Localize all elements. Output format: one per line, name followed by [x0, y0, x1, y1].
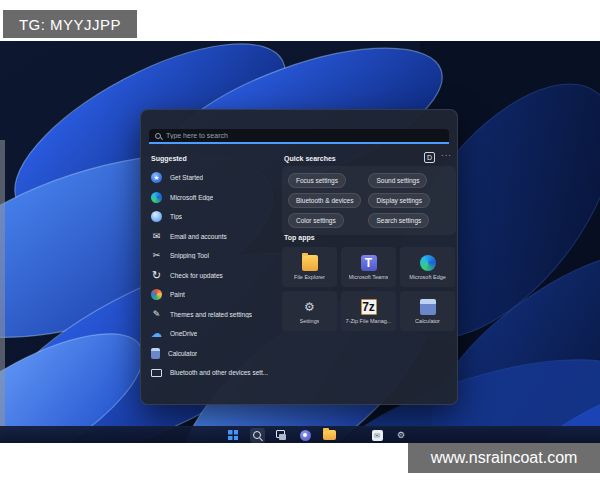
watermark-bottom-right: www.nsraincoat.com: [408, 443, 600, 473]
tips-icon: [151, 211, 162, 222]
updates-icon: ↻: [151, 270, 162, 281]
suggested-item-label: OneDrive: [170, 330, 197, 337]
taskbar-item-task-view[interactable]: [274, 428, 289, 443]
onedrive-icon: ☁: [151, 328, 162, 339]
suggested-item[interactable]: ★Get Started: [151, 168, 279, 188]
suggested-item-label: Get Started: [170, 174, 203, 181]
get-started-icon: ★: [151, 172, 162, 183]
suggested-item-label: Snipping Tool: [170, 252, 209, 259]
suggested-item-label: Tips: [170, 213, 182, 220]
quick-search-pill[interactable]: Sound settings: [368, 173, 427, 188]
top-app-tile[interactable]: TMicrosoft Teams: [341, 247, 396, 287]
calculator-icon: [151, 348, 160, 359]
quick-search-pill[interactable]: Display settings: [368, 193, 430, 208]
suggested-item-label: Microsoft Edge: [170, 194, 213, 201]
suggested-item[interactable]: ↻Check for updates: [151, 266, 279, 286]
quick-search-pill[interactable]: Color settings: [288, 213, 344, 228]
suggested-item-label: Check for updates: [170, 272, 223, 279]
paint-icon: [151, 289, 162, 300]
taskbar-item-chat[interactable]: [298, 428, 313, 443]
edge-icon: [420, 255, 436, 271]
mail-icon: ✉: [151, 231, 162, 242]
file-explorer-icon: [323, 430, 336, 440]
suggested-item[interactable]: Microsoft Edge: [151, 188, 279, 208]
suggested-item[interactable]: Calculator: [151, 344, 279, 364]
taskbar-item-start[interactable]: [226, 428, 241, 443]
top-app-label: Calculator: [415, 318, 440, 324]
top-app-label: Settings: [300, 318, 320, 324]
quick-search-pill[interactable]: Bluetooth & devices: [288, 193, 361, 208]
top-app-tile[interactable]: ⚙Settings: [282, 291, 337, 331]
taskbar-item-file-explorer[interactable]: [322, 428, 337, 443]
more-options-button[interactable]: ···: [441, 151, 452, 160]
top-app-tile[interactable]: Calculator: [400, 291, 455, 331]
themes-icon: ✎: [151, 309, 162, 320]
bluetooth-devices-icon: [151, 369, 162, 377]
suggested-item[interactable]: Tips: [151, 207, 279, 227]
desktop: Suggested Quick searches D ··· ★Get Star…: [0, 41, 600, 443]
chat-icon: [300, 430, 311, 441]
top-apps-grid: File ExplorerTMicrosoft TeamsMicrosoft E…: [282, 247, 455, 331]
settings-icon: ⚙: [397, 431, 405, 440]
taskbar-item-edge[interactable]: [346, 428, 361, 443]
start-icon: [228, 430, 238, 440]
suggested-item[interactable]: ✉Email and accounts: [151, 227, 279, 247]
top-app-tile[interactable]: 7z7-Zip File Manag...: [341, 291, 396, 331]
file-explorer-icon: [302, 255, 318, 271]
search-flyout: Suggested Quick searches D ··· ★Get Star…: [140, 109, 458, 405]
top-app-label: Microsoft Edge: [409, 274, 446, 280]
suggested-item[interactable]: ✂Snipping Tool: [151, 246, 279, 266]
top-apps-header: Top apps: [284, 234, 315, 241]
screenshot-root: TG: MYYJJPP: [0, 0, 600, 480]
suggested-item[interactable]: ✎Themes and related settings: [151, 305, 279, 325]
top-app-label: Microsoft Teams: [349, 274, 389, 280]
suggested-item[interactable]: Bluetooth and other devices sett...: [151, 363, 279, 383]
settings-icon: ⚙: [302, 299, 318, 315]
profile-badge[interactable]: D: [424, 152, 435, 163]
taskbar-item-settings[interactable]: ⚙: [394, 428, 409, 443]
search-icon: [253, 431, 261, 439]
search-icon: [155, 133, 161, 139]
quick-searches-header: Quick searches: [284, 155, 336, 162]
calculator-icon: [420, 299, 436, 315]
suggested-item[interactable]: ☁OneDrive: [151, 324, 279, 344]
photo-edge-strip: [0, 140, 5, 440]
suggested-item[interactable]: Paint: [151, 285, 279, 305]
task-view-icon: [276, 430, 286, 440]
edge-icon: [151, 192, 162, 203]
suggested-item-label: Paint: [170, 291, 185, 298]
top-app-label: 7-Zip File Manag...: [346, 318, 392, 324]
quick-searches-panel: Focus settingsSound settingsBluetooth & …: [282, 166, 456, 235]
watermark-top-left: TG: MYYJJPP: [3, 10, 137, 38]
snipping-icon: ✂: [151, 250, 162, 261]
suggested-item-label: Email and accounts: [170, 233, 227, 240]
suggested-header: Suggested: [151, 155, 187, 162]
suggested-item-label: Themes and related settings: [170, 311, 252, 318]
suggested-item-label: Calculator: [168, 350, 197, 357]
top-app-tile[interactable]: Microsoft Edge: [400, 247, 455, 287]
suggested-item-label: Bluetooth and other devices sett...: [170, 369, 268, 376]
teams-icon: T: [361, 255, 377, 271]
suggested-list: ★Get StartedMicrosoft EdgeTips✉Email and…: [151, 168, 279, 383]
taskbar-item-search[interactable]: [250, 428, 265, 443]
top-app-tile[interactable]: File Explorer: [282, 247, 337, 287]
search-input[interactable]: [166, 132, 443, 139]
mail-app-icon: ✉: [372, 430, 383, 441]
taskbar: ✉⚙: [0, 426, 600, 443]
taskbar-item-mail-app[interactable]: ✉: [370, 428, 385, 443]
quick-search-pill[interactable]: Search settings: [368, 213, 429, 228]
search-box[interactable]: [149, 129, 449, 144]
top-app-label: File Explorer: [294, 274, 325, 280]
quick-search-pill[interactable]: Focus settings: [288, 173, 346, 188]
seven-zip-icon: 7z: [361, 299, 377, 315]
